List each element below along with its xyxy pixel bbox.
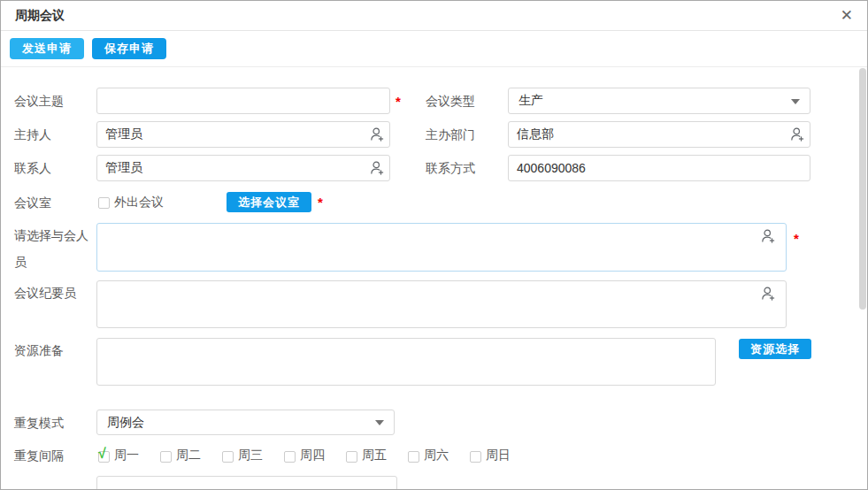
- send-request-button[interactable]: 发送申请: [10, 38, 84, 59]
- repeat-day-checkbox[interactable]: √ 周一: [98, 448, 160, 463]
- resource-select-button[interactable]: 资源选择: [739, 339, 811, 359]
- resources-textarea[interactable]: [96, 338, 716, 386]
- offsite-meeting-label: 外出会议: [114, 195, 164, 211]
- subject-input[interactable]: [96, 88, 390, 114]
- department-input[interactable]: [508, 121, 810, 148]
- repeat-day-checkbox[interactable]: √ 周五: [346, 448, 408, 463]
- form-body: 会议主题 * 会议类型 生产 主持人 主办部门 联系人 联系方式 会议室 外出会…: [1, 67, 867, 489]
- repeat-day-checkbox[interactable]: √ 周二: [160, 448, 222, 463]
- meeting-type-select[interactable]: 生产: [508, 88, 810, 114]
- resources-label: 资源准备: [14, 343, 64, 357]
- contact-label: 联系人: [14, 161, 51, 175]
- offsite-meeting-checkbox[interactable]: 外出会议: [98, 195, 164, 211]
- host-label: 主持人: [14, 127, 51, 142]
- repeat-mode-value: 周例会: [107, 415, 144, 431]
- contact-input[interactable]: [96, 155, 390, 181]
- minutes-taker-textarea[interactable]: [96, 280, 787, 328]
- subject-required-mark: *: [396, 95, 401, 109]
- subject-label: 会议主题: [14, 94, 64, 108]
- repeat-day-checkbox[interactable]: √ 周日: [470, 448, 532, 463]
- department-label: 主办部门: [426, 127, 475, 142]
- scrollbar-thumb[interactable]: [859, 68, 866, 310]
- repeat-day-label: 周日: [486, 448, 511, 463]
- contact-phone-label: 联系方式: [426, 161, 475, 175]
- add-person-icon[interactable]: [760, 286, 776, 302]
- checkbox-icon: [98, 197, 110, 209]
- chevron-down-icon: [791, 99, 800, 104]
- vertical-scrollbar: [858, 67, 866, 489]
- meeting-type-value: 生产: [518, 93, 543, 109]
- checkbox-icon: √: [346, 450, 357, 462]
- contact-phone-input[interactable]: [508, 155, 810, 181]
- close-icon[interactable]: ✕: [841, 7, 853, 25]
- attendees-required-mark: *: [794, 232, 799, 246]
- periodic-meeting-dialog: 周期会议 ✕ 发送申请 保存申请 会议主题 * 会议类型 生产 主持人 主办部门…: [0, 0, 868, 490]
- repeat-days: √ 周一 √ 周二 √ 周三 √ 周四 √ 周五 √ 周六 √ 周日: [98, 448, 532, 463]
- save-request-button[interactable]: 保存申请: [92, 38, 166, 59]
- minutes-taker-label: 会议纪要员: [14, 286, 76, 300]
- repeat-mode-label: 重复模式: [14, 416, 64, 430]
- repeat-day-label: 周三: [238, 448, 263, 463]
- checkbox-icon: √: [160, 450, 172, 462]
- meeting-room-label: 会议室: [14, 195, 51, 210]
- chevron-down-icon: [375, 420, 384, 425]
- checkbox-icon: √: [222, 450, 234, 462]
- dialog-title-bar: 周期会议 ✕: [1, 1, 867, 31]
- repeat-day-checkbox[interactable]: √ 周三: [222, 448, 284, 463]
- repeat-day-label: 周四: [300, 448, 325, 463]
- repeat-day-label: 周五: [362, 448, 387, 463]
- add-person-icon[interactable]: [789, 126, 805, 142]
- repeat-day-checkbox[interactable]: √ 周四: [284, 448, 346, 463]
- host-input[interactable]: [96, 121, 390, 148]
- attendees-textarea[interactable]: [96, 223, 787, 272]
- add-person-icon[interactable]: [760, 228, 776, 244]
- repeat-day-label: 周二: [176, 448, 201, 463]
- repeat-mode-select[interactable]: 周例会: [96, 410, 395, 435]
- next-field-partial-input[interactable]: [96, 476, 397, 489]
- repeat-day-label: 周一: [114, 448, 139, 463]
- checkbox-icon: √: [284, 450, 296, 462]
- repeat-day-checkbox[interactable]: √ 周六: [408, 448, 470, 463]
- attendees-label: 请选择与会人员: [14, 222, 92, 275]
- checkbox-icon: √: [98, 450, 110, 462]
- add-person-icon[interactable]: [369, 160, 385, 176]
- meeting-type-label: 会议类型: [426, 94, 475, 108]
- dialog-title: 周期会议: [15, 8, 65, 24]
- checkbox-icon: √: [408, 450, 419, 462]
- checkbox-icon: √: [470, 450, 481, 462]
- repeat-day-label: 周六: [424, 448, 449, 463]
- select-meeting-room-button[interactable]: 选择会议室: [227, 192, 311, 212]
- repeat-interval-label: 重复间隔: [14, 448, 64, 463]
- toolbar: 发送申请 保存申请: [1, 31, 867, 67]
- add-person-icon[interactable]: [369, 126, 385, 142]
- meeting-room-required-mark: *: [318, 195, 323, 210]
